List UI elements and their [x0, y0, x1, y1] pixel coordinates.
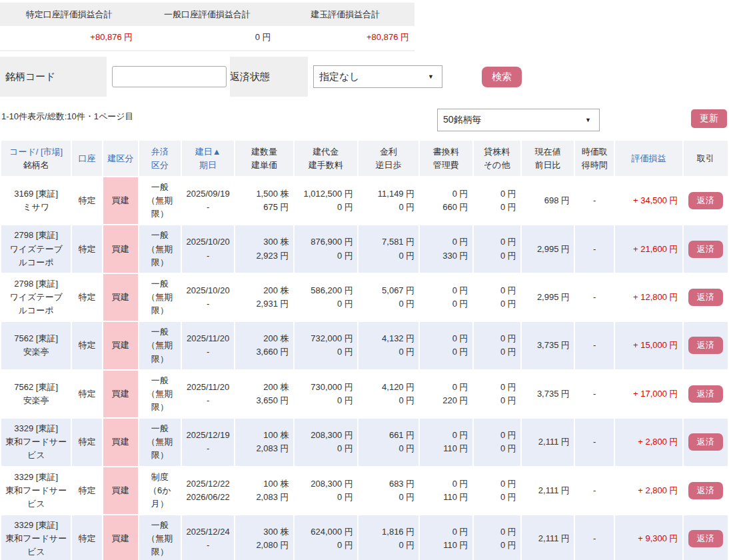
- due-date: -: [186, 201, 230, 214]
- unrealized-pl: + 2,800 円: [619, 435, 678, 449]
- trade-action-cell: 返済: [684, 274, 728, 321]
- general-account-pl-value: 0 円: [138, 26, 276, 50]
- refresh-button[interactable]: 更新: [691, 109, 727, 128]
- repayment-division: 制度: [143, 471, 177, 484]
- position-type: 買建: [107, 243, 134, 256]
- repayment-status-select[interactable]: 指定なし ▼: [313, 65, 442, 88]
- rewrite-fee: 0 円: [424, 284, 468, 297]
- price-time: -: [579, 532, 610, 545]
- column-header[interactable]: 評価損益: [615, 141, 682, 176]
- price-time: -: [579, 194, 610, 207]
- trade-action-cell: 返済: [684, 515, 728, 560]
- current-price: 3,735 円: [526, 339, 570, 352]
- position-type: 買建: [107, 484, 134, 497]
- reverse-daily-rate: 0 円: [363, 249, 414, 263]
- repay-button[interactable]: 返済: [688, 241, 723, 258]
- column-header[interactable]: コード/ [市場]銘柄名: [1, 141, 71, 176]
- quantity: 200 株: [239, 332, 289, 345]
- quantity: 300 株: [239, 525, 289, 539]
- reverse-daily-rate: 0 円: [363, 345, 414, 359]
- price-time: -: [579, 435, 610, 449]
- unrealized-pl: + 2,800 円: [619, 484, 678, 497]
- repay-button[interactable]: 返済: [688, 192, 723, 209]
- position-type: 買建: [107, 339, 134, 352]
- interest: 5,067 円: [363, 284, 414, 297]
- commission: 0 円: [299, 201, 353, 214]
- position-type: 買建: [107, 532, 134, 545]
- header-line: 期日: [182, 159, 234, 172]
- open-position-pl-label: 建玉評価損益合計: [277, 3, 414, 26]
- stock-code: 3329 [東証]: [5, 519, 67, 532]
- general-account-pl-label: 一般口座評価損益合計: [138, 3, 276, 26]
- admin-fee: 220 円: [424, 394, 468, 407]
- price-time: -: [579, 339, 610, 352]
- trade-action-cell: 返済: [684, 225, 728, 272]
- current-price: 698 円: [526, 194, 570, 207]
- admin-fee: 0 円: [424, 297, 468, 311]
- repay-button[interactable]: 返済: [688, 433, 723, 451]
- stock-name: 東和フードサービス: [5, 532, 67, 559]
- stock-name: 東和フードサービス: [5, 435, 67, 462]
- reverse-daily-rate: 0 円: [363, 442, 414, 455]
- repay-button[interactable]: 返済: [688, 289, 723, 306]
- chevron-down-icon: ▼: [428, 73, 434, 80]
- column-header[interactable]: 弁済区分: [139, 141, 181, 176]
- position-row: 3329 [東証]東和フードサービス特定買建一般（無期限）2025/12/24-…: [1, 515, 728, 560]
- account-type: 特定: [76, 194, 97, 207]
- reverse-daily-rate: 0 円: [363, 539, 414, 552]
- repay-button[interactable]: 返済: [688, 337, 723, 354]
- account-type: 特定: [76, 532, 97, 545]
- reverse-daily-rate: 0 円: [363, 394, 414, 407]
- amount: 208,300 円: [299, 429, 353, 442]
- search-button[interactable]: 検索: [482, 67, 522, 87]
- column-header[interactable]: 建区分: [103, 141, 138, 176]
- repay-button[interactable]: 返済: [688, 385, 723, 403]
- column-header[interactable]: 建日▲期日: [182, 141, 234, 176]
- repayment-division: 一般: [143, 229, 177, 242]
- position-row: 2798 [東証]ワイズテーブルコーポ特定買建一般（無期限）2025/10/20…: [1, 274, 728, 321]
- header-line: その他: [474, 159, 520, 172]
- repayment-division: 一般: [143, 325, 177, 339]
- commission: 0 円: [299, 249, 353, 263]
- repay-button[interactable]: 返済: [688, 482, 723, 499]
- unit-price: 2,923 円: [239, 249, 289, 263]
- repay-button[interactable]: 返済: [688, 530, 723, 547]
- stock-lending-fee: 0 円: [478, 332, 516, 345]
- other-fee: 0 円: [478, 491, 516, 504]
- header-line: 管理費: [420, 159, 472, 172]
- open-date: 2025/11/20: [186, 332, 230, 345]
- quantity: 100 株: [239, 429, 289, 442]
- page-size-select[interactable]: 50銘柄毎 ▼: [437, 109, 600, 131]
- other-fee: 0 円: [478, 297, 516, 311]
- amount: 876,900 円: [299, 235, 353, 249]
- due-date: -: [186, 394, 230, 407]
- open-date: 2025/12/19: [186, 429, 230, 442]
- rewrite-fee: 0 円: [424, 332, 468, 345]
- admin-fee: 330 円: [424, 249, 468, 263]
- column-header: 取引: [684, 141, 728, 176]
- stock-lending-fee: 0 円: [478, 187, 516, 201]
- repayment-division: 一般: [143, 374, 177, 387]
- stock-lending-fee: 0 円: [478, 381, 516, 394]
- stock-code: 7562 [東証]: [5, 332, 67, 345]
- commission: 0 円: [299, 345, 353, 359]
- repayment-division: 一般: [143, 519, 177, 532]
- current-price: 2,995 円: [526, 291, 570, 304]
- column-header[interactable]: 口座: [72, 141, 101, 176]
- header-line: 口座: [72, 152, 101, 165]
- search-button-cell: 検索: [453, 57, 558, 97]
- stock-code-input[interactable]: [112, 66, 227, 87]
- page-size-selected: 50銘柄毎: [443, 114, 482, 126]
- repayment-period: （無期限）: [143, 194, 177, 221]
- open-date: 2025/09/19: [186, 187, 230, 201]
- trade-action-cell: 返済: [684, 467, 728, 514]
- amount: 1,012,500 円: [299, 187, 353, 201]
- stock-code: 2798 [東証]: [5, 229, 67, 242]
- trade-action-cell: 返済: [684, 419, 728, 465]
- header-line: 建手数料: [295, 159, 357, 172]
- quantity: 1,500 株: [239, 187, 289, 201]
- amount: 586,200 円: [299, 284, 353, 297]
- header-line: 時価取: [575, 145, 614, 159]
- rewrite-fee: 0 円: [424, 187, 468, 201]
- amount: 732,000 円: [299, 332, 353, 345]
